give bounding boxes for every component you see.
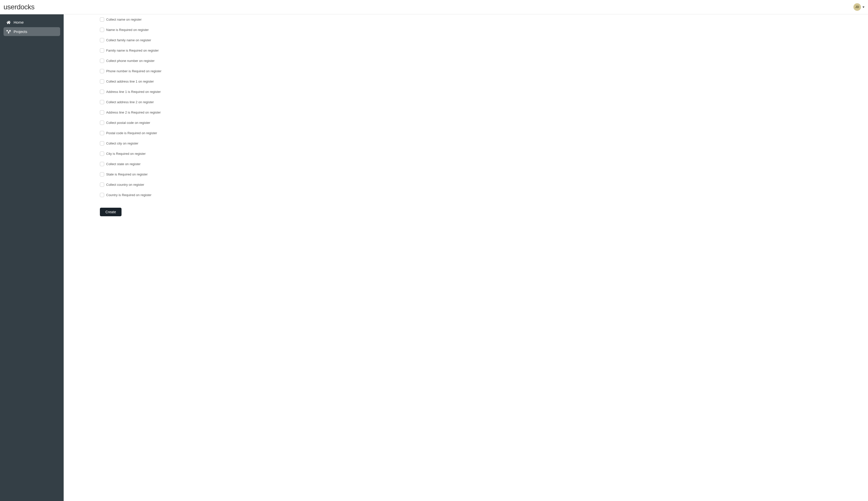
field-label: City is Required on register xyxy=(106,152,146,156)
brand-logo[interactable]: userdocks xyxy=(3,3,34,11)
field-row-collect_phone: Collect phone number on register xyxy=(100,56,858,66)
field-row-collect_country: Collect country on register xyxy=(100,180,858,190)
field-label: Collect address line 2 on register xyxy=(106,100,154,104)
field-label: Address line 1 is Required on register xyxy=(106,90,161,94)
field-label: Postal code is Required on register xyxy=(106,131,157,135)
field-row-addr2_required: Address line 2 is Required on register xyxy=(100,107,858,118)
chevron-down-icon xyxy=(862,7,865,8)
field-label: Collect address line 1 on register xyxy=(106,79,154,83)
register-fields-form: Collect name on registerName is Required… xyxy=(64,14,868,226)
user-menu-trigger[interactable]: JD xyxy=(854,3,865,11)
checkbox-city_required[interactable] xyxy=(100,151,104,156)
field-row-state_required: State is Required on register xyxy=(100,169,858,180)
main-content: Collect name on registerName is Required… xyxy=(64,14,868,501)
sidebar-item-projects[interactable]: Projects xyxy=(3,27,60,36)
checkbox-collect_addr2[interactable] xyxy=(100,100,104,104)
field-label: Phone number is Required on register xyxy=(106,69,162,73)
checkbox-state_required[interactable] xyxy=(100,172,104,177)
field-label: Collect postal code on register xyxy=(106,121,150,125)
checkbox-collect_city[interactable] xyxy=(100,141,104,146)
field-label: Name is Required on register xyxy=(106,28,149,32)
checkbox-collect_name[interactable] xyxy=(100,17,104,22)
checkbox-family_name_required[interactable] xyxy=(100,48,104,53)
field-label: Collect name on register xyxy=(106,18,142,21)
checkbox-addr1_required[interactable] xyxy=(100,89,104,94)
sidebar-item-label: Home xyxy=(14,20,24,24)
field-row-collect_family_name: Collect family name on register xyxy=(100,35,858,45)
field-row-family_name_required: Family name is Required on register xyxy=(100,45,858,56)
create-button[interactable]: Create xyxy=(100,208,122,216)
field-row-collect_addr1: Collect address line 1 on register xyxy=(100,76,858,87)
header: userdocks JD xyxy=(0,0,868,14)
checkbox-phone_required[interactable] xyxy=(100,69,104,73)
field-row-name_required: Name is Required on register xyxy=(100,25,858,35)
field-label: Country is Required on register xyxy=(106,193,152,197)
field-row-collect_city: Collect city on register xyxy=(100,138,858,149)
field-label: Address line 2 is Required on register xyxy=(106,110,161,114)
checkbox-collect_phone[interactable] xyxy=(100,58,104,63)
field-row-collect_state: Collect state on register xyxy=(100,159,858,169)
field-row-addr1_required: Address line 1 is Required on register xyxy=(100,87,858,97)
checkbox-collect_country[interactable] xyxy=(100,182,104,187)
field-row-city_required: City is Required on register xyxy=(100,149,858,159)
field-label: Collect city on register xyxy=(106,141,139,145)
field-row-collect_postal: Collect postal code on register xyxy=(100,118,858,128)
field-label: Family name is Required on register xyxy=(106,49,159,52)
field-row-collect_addr2: Collect address line 2 on register xyxy=(100,97,858,107)
home-icon xyxy=(7,20,11,24)
avatar: JD xyxy=(854,3,861,11)
field-row-phone_required: Phone number is Required on register xyxy=(100,66,858,76)
checkbox-collect_state[interactable] xyxy=(100,162,104,166)
field-row-country_required: Country is Required on register xyxy=(100,190,858,200)
sidebar-item-home[interactable]: Home xyxy=(3,18,60,27)
field-row-postal_required: Postal code is Required on register xyxy=(100,128,858,138)
field-label: Collect phone number on register xyxy=(106,59,154,63)
projects-icon xyxy=(7,30,11,34)
field-label: Collect state on register xyxy=(106,162,141,166)
checkbox-collect_addr1[interactable] xyxy=(100,79,104,84)
checkbox-country_required[interactable] xyxy=(100,193,104,197)
checkbox-collect_family_name[interactable] xyxy=(100,38,104,42)
checkbox-addr2_required[interactable] xyxy=(100,110,104,115)
field-label: Collect country on register xyxy=(106,183,144,186)
sidebar: Home Projects xyxy=(0,14,64,501)
field-label: State is Required on register xyxy=(106,172,148,176)
checkbox-collect_postal[interactable] xyxy=(100,120,104,125)
field-label: Collect family name on register xyxy=(106,38,151,42)
checkbox-postal_required[interactable] xyxy=(100,131,104,135)
sidebar-item-label: Projects xyxy=(14,30,27,34)
field-row-collect_name: Collect name on register xyxy=(100,14,858,25)
checkbox-name_required[interactable] xyxy=(100,28,104,32)
